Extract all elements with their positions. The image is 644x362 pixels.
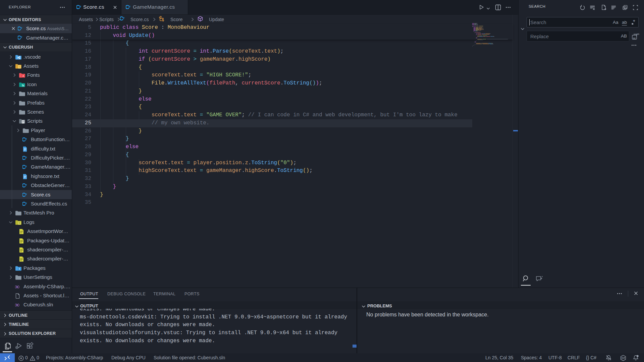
svg-text:#: # bbox=[20, 26, 22, 30]
svg-text:ac: ac bbox=[633, 37, 636, 39]
svg-text:#: # bbox=[25, 201, 27, 205]
svg-text:*: * bbox=[633, 19, 635, 25]
svg-text:#: # bbox=[123, 16, 124, 20]
svg-text:#: # bbox=[79, 5, 82, 8]
svg-text:#: # bbox=[25, 156, 27, 159]
svg-text:∞: ∞ bbox=[15, 302, 19, 308]
svg-text:#: # bbox=[129, 5, 131, 8]
svg-text:#: # bbox=[25, 183, 27, 187]
svg-text:ab: ab bbox=[637, 33, 639, 35]
svg-text:A: A bbox=[22, 74, 24, 77]
svg-text:#: # bbox=[25, 192, 27, 196]
svg-text:∞: ∞ bbox=[15, 284, 19, 290]
svg-text:C#: C# bbox=[622, 356, 625, 360]
svg-text:#: # bbox=[20, 36, 22, 39]
svg-text:#: # bbox=[25, 165, 27, 168]
svg-text:#: # bbox=[25, 137, 27, 141]
